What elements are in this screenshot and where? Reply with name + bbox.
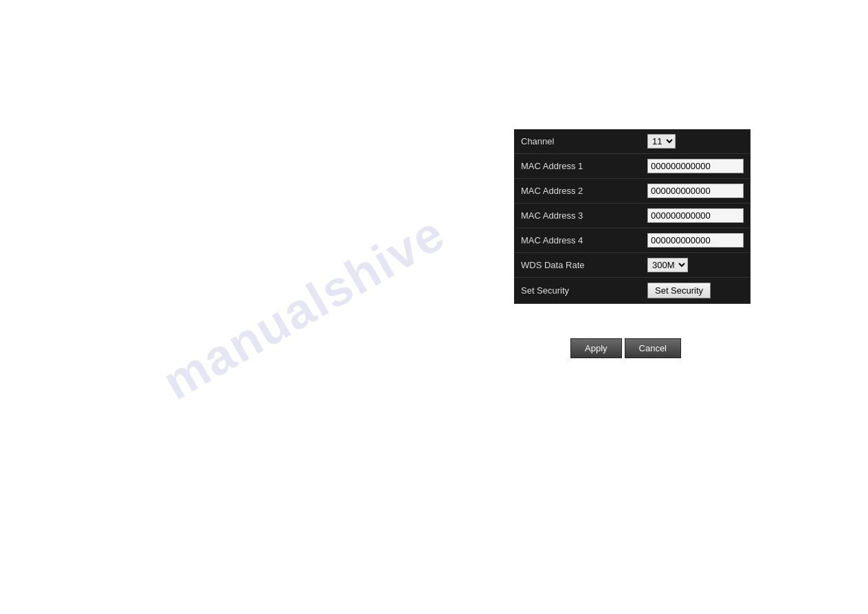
wds-rate-row: WDS Data Rate Auto 1M 2M 5.5M 11M 6M 9M … [514, 253, 750, 278]
wds-rate-cell: Auto 1M 2M 5.5M 11M 6M 9M 12M 18M 24M 36… [641, 253, 750, 278]
set-security-button[interactable]: Set Security [647, 283, 711, 298]
mac3-cell [641, 204, 750, 228]
wds-settings-form: Channel 1 2 3 4 5 6 7 8 9 10 11 12 13 [514, 129, 750, 304]
set-security-label: Set Security [514, 278, 641, 304]
mac2-row: MAC Address 2 [514, 179, 750, 204]
set-security-cell: Set Security [641, 278, 750, 304]
mac3-input[interactable] [647, 208, 744, 223]
mac4-label: MAC Address 4 [514, 228, 641, 253]
channel-select[interactable]: 1 2 3 4 5 6 7 8 9 10 11 12 13 [647, 134, 676, 149]
wds-rate-select[interactable]: Auto 1M 2M 5.5M 11M 6M 9M 12M 18M 24M 36… [647, 258, 688, 272]
channel-cell: 1 2 3 4 5 6 7 8 9 10 11 12 13 [641, 129, 750, 154]
wds-rate-label: WDS Data Rate [514, 253, 641, 278]
cancel-button[interactable]: Cancel [625, 338, 681, 358]
mac4-cell [641, 228, 750, 253]
mac4-input[interactable] [647, 233, 744, 248]
set-security-row: Set Security Set Security [514, 278, 750, 304]
mac3-label: MAC Address 3 [514, 204, 641, 228]
mac1-row: MAC Address 1 [514, 154, 750, 179]
channel-label: Channel [514, 129, 641, 154]
channel-row: Channel 1 2 3 4 5 6 7 8 9 10 11 12 13 [514, 129, 750, 154]
settings-table: Channel 1 2 3 4 5 6 7 8 9 10 11 12 13 [514, 129, 750, 304]
mac2-cell [641, 179, 750, 204]
mac3-row: MAC Address 3 [514, 204, 750, 228]
action-buttons: Apply Cancel [570, 338, 681, 358]
watermark: manualshive [153, 204, 454, 410]
mac1-cell [641, 154, 750, 179]
mac4-row: MAC Address 4 [514, 228, 750, 253]
mac1-label: MAC Address 1 [514, 154, 641, 179]
mac1-input[interactable] [647, 159, 744, 173]
mac2-label: MAC Address 2 [514, 179, 641, 204]
mac2-input[interactable] [647, 184, 744, 198]
apply-button[interactable]: Apply [570, 338, 622, 358]
